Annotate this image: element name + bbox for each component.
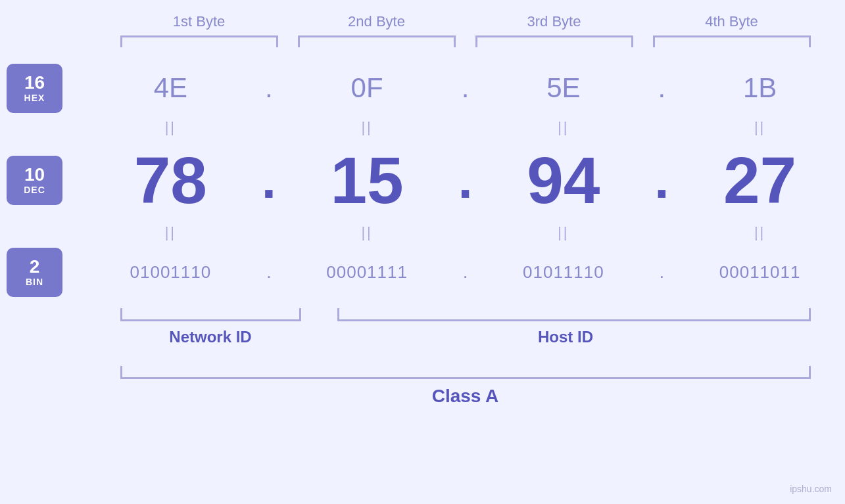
dec-base-number: 10 [24,165,45,185]
hex-row-wrapper: 16 HEX 4E . 0F . 5E . 1B [0,62,845,114]
bin-values-row: 01001110 . 00001111 . 01011110 . 0001101… [85,246,845,298]
hex-values-row: 4E . 0F . 5E . 1B [85,62,845,114]
eq1-b3: || [479,119,649,136]
bin-b1: 01001110 [85,262,256,283]
top-brackets-row [110,35,821,49]
bin-base-name: BIN [26,277,43,287]
hex-dot-1: . [256,72,282,104]
bin-row-wrapper: 2 BIN 01001110 . 00001111 . 01011110 . 0… [0,246,845,298]
network-id-label: Network ID [110,328,311,346]
byte-label-4: 4th Byte [643,13,821,35]
equals-spacer-1 [0,114,85,141]
byte-label-3: 3rd Byte [466,13,643,35]
equals-dec-bin: || || || || [85,219,845,246]
equals-row-1: || || || || [0,114,845,141]
equals-spacer-2 [0,219,85,246]
host-id-label: Host ID [311,328,821,346]
byte-labels-row: 1st Byte 2nd Byte 3rd Byte 4th Byte [110,13,821,35]
dec-badge-wrapper: 10 DEC [0,156,85,205]
class-bracket [120,359,811,379]
bin-dot-1: . [256,262,282,283]
dec-dot-3: . [648,150,675,210]
dec-base-name: DEC [24,185,45,195]
bin-base-number: 2 [30,257,40,277]
eq2-b2: || [282,224,452,241]
eq1-b1: || [85,119,256,136]
network-bracket [120,302,301,321]
eq2-b4: || [675,224,845,241]
hex-b1: 4E [85,72,256,104]
hex-badge: 16 HEX [7,64,62,113]
main-container: 1st Byte 2nd Byte 3rd Byte 4th Byte 16 H… [0,0,845,504]
byte-label-2: 2nd Byte [288,13,466,35]
id-labels-row: Network ID Host ID [110,328,821,346]
bin-badge: 2 BIN [7,248,62,297]
dec-b2: 15 [282,147,452,213]
dec-row-wrapper: 10 DEC 78 . 15 . 94 . 27 [0,141,845,219]
hex-b2: 0F [282,72,452,104]
hex-values: 4E . 0F . 5E . 1B [85,62,845,114]
byte-label-1: 1st Byte [110,13,288,35]
dec-values: 78 . 15 . 94 . 27 [85,141,845,219]
bin-dot-2: . [452,262,479,283]
bin-b2: 00001111 [282,262,452,283]
equals-row-2: || || || || [0,219,845,246]
class-bracket-row [110,359,821,379]
hex-dot-2: . [452,72,479,104]
class-label: Class A [432,386,499,406]
top-bracket-1 [120,35,278,49]
hex-dot-3: . [648,72,675,104]
eq2-b1: || [85,224,256,241]
eq1-b4: || [675,119,845,136]
bin-b3: 01011110 [479,262,649,283]
hex-badge-wrapper: 16 HEX [0,64,85,113]
eq1-b2: || [282,119,452,136]
hex-b3: 5E [479,72,649,104]
equals-hex-dec: || || || || [85,114,845,141]
dec-dot-2: . [452,150,479,210]
dec-b3: 94 [479,147,649,213]
watermark: ipshu.com [790,484,832,494]
bin-dot-3: . [648,262,675,283]
top-bracket-4 [653,35,811,49]
host-bracket [337,302,811,321]
bin-b4: 00011011 [675,262,845,283]
class-label-row: Class A [110,386,821,407]
dec-dot-1: . [256,150,282,210]
bin-values: 01001110 . 00001111 . 01011110 . 0001101… [85,246,845,298]
id-brackets-row [110,302,821,321]
hex-base-number: 16 [24,73,45,93]
eq2-b3: || [479,224,649,241]
hex-base-name: HEX [24,93,45,103]
dec-b4: 27 [675,147,845,213]
top-bracket-2 [298,35,456,49]
dec-values-row: 78 . 15 . 94 . 27 [85,141,845,219]
dec-b1: 78 [85,147,256,213]
top-bracket-3 [475,35,633,49]
hex-b4: 1B [675,72,845,104]
bin-badge-wrapper: 2 BIN [0,248,85,297]
dec-badge: 10 DEC [7,156,62,205]
